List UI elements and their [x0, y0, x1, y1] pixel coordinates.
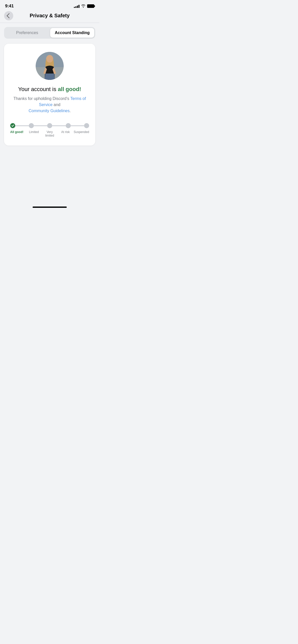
progress-dot-very-limited: [47, 123, 52, 128]
label-allgood: All good!: [10, 130, 26, 137]
battery-icon: [87, 4, 94, 8]
account-description: Thanks for upholding Discord's Terms of …: [10, 96, 89, 114]
account-standing-card: Your account is all good! Thanks for uph…: [4, 44, 95, 145]
progress-dot-suspended: [84, 123, 89, 128]
progress-dot-at-risk: [66, 123, 71, 128]
standing-progress: All good! Limited Very limited At risk S…: [10, 123, 89, 137]
status-time: 9:41: [5, 4, 14, 9]
svg-point-5: [46, 55, 53, 63]
progress-dot-allgood: [10, 123, 15, 128]
account-status-highlight: all good!: [58, 86, 81, 92]
account-status-heading: Your account is all good!: [18, 86, 81, 93]
label-limited: Limited: [26, 130, 42, 137]
signal-icon: [74, 4, 79, 8]
avatar: [36, 52, 64, 80]
label-very-limited: Very limited: [42, 130, 58, 137]
back-button[interactable]: [4, 11, 13, 20]
desc-part3: .: [70, 109, 71, 113]
progress-track: [10, 123, 89, 128]
status-icons: [74, 4, 94, 8]
tab-bar: Preferences Account Standing: [4, 27, 95, 39]
progress-dot-limited: [29, 123, 34, 128]
header-divider: [0, 23, 99, 23]
desc-part2: and: [52, 103, 60, 107]
status-bar: 9:41: [0, 0, 99, 11]
label-suspended: Suspended: [73, 130, 89, 137]
page-title: Privacy & Safety: [30, 13, 70, 19]
progress-line-4: [71, 125, 84, 126]
account-status-prefix: Your account is: [18, 86, 58, 92]
desc-part1: Thanks for upholding Discord's: [13, 96, 70, 101]
back-arrow-icon: [7, 13, 12, 18]
empty-space: [0, 150, 99, 200]
progress-line-2: [34, 125, 47, 126]
community-guidelines-link[interactable]: Community Guidelines: [29, 109, 70, 113]
label-at-risk: At risk: [58, 130, 73, 137]
progress-line-1: [15, 125, 29, 126]
home-indicator: [33, 207, 67, 208]
progress-line-3: [52, 125, 66, 126]
tab-preferences[interactable]: Preferences: [5, 28, 49, 38]
wifi-icon: [81, 4, 86, 8]
header: Privacy & Safety: [0, 11, 99, 23]
tab-account-standing[interactable]: Account Standing: [50, 28, 94, 38]
progress-labels: All good! Limited Very limited At risk S…: [10, 130, 89, 137]
